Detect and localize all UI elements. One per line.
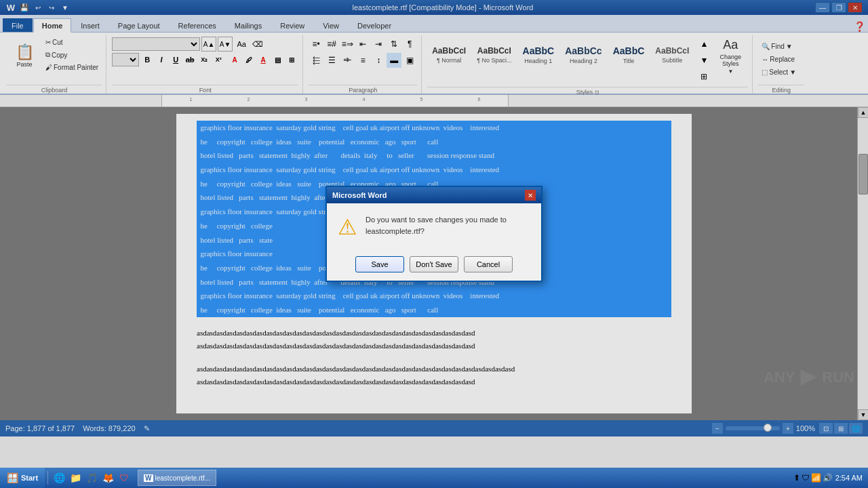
dialog-close-button[interactable]: ✕ — [525, 190, 536, 201]
dialog-save-button[interactable]: Save — [355, 256, 404, 272]
dialog-message: Do you want to save changes you made to … — [366, 214, 507, 237]
taskbar-security-icon[interactable]: 🛡 — [117, 471, 131, 485]
taskbar-media-icon[interactable]: 🎵 — [85, 471, 98, 485]
dialog-dont-save-button[interactable]: Don't Save — [410, 256, 458, 272]
taskbar: 🪟 Start 🌐 📁 🎵 🦊 🛡 W leastcomplete.rtf...… — [0, 468, 868, 488]
dialog-buttons: Save Don't Save Cancel — [327, 251, 541, 281]
dialog-overlay: Microsoft Word ✕ ⚠ Do you want to save c… — [0, 0, 868, 468]
dialog-warning-icon: ⚠ — [338, 214, 357, 240]
tray-icon-1[interactable]: ⬆ — [793, 473, 800, 483]
divider — [47, 471, 48, 485]
taskbar-word-button[interactable]: W leastcomplete.rtf... — [138, 470, 216, 486]
taskbar-right: ⬆ 🛡 📶 🔊 2:54 AM — [793, 473, 868, 483]
dialog-cancel-button[interactable]: Cancel — [464, 256, 513, 272]
system-tray: ⬆ 🛡 📶 🔊 — [793, 473, 833, 483]
save-dialog: Microsoft Word ✕ ⚠ Do you want to save c… — [326, 186, 542, 282]
start-button[interactable]: 🪟 Start — [0, 468, 45, 488]
tray-network-icon[interactable]: 📶 — [811, 473, 821, 483]
tray-volume-icon[interactable]: 🔊 — [823, 473, 833, 483]
taskbar-ie-icon[interactable]: 🌐 — [52, 471, 66, 485]
dialog-title-bar: Microsoft Word ✕ — [327, 187, 541, 203]
taskbar-word-icon: W — [144, 474, 153, 482]
taskbar-firefox-icon[interactable]: 🦊 — [101, 471, 115, 485]
taskbar-clock: 2:54 AM — [835, 474, 868, 482]
tray-antivirus-icon[interactable]: 🛡 — [802, 473, 810, 483]
windows-icon: 🪟 — [7, 472, 18, 483]
taskbar-folder-icon[interactable]: 📁 — [68, 471, 82, 485]
dialog-title-text: Microsoft Word — [332, 191, 387, 199]
dialog-body: ⚠ Do you want to save changes you made t… — [327, 203, 541, 251]
